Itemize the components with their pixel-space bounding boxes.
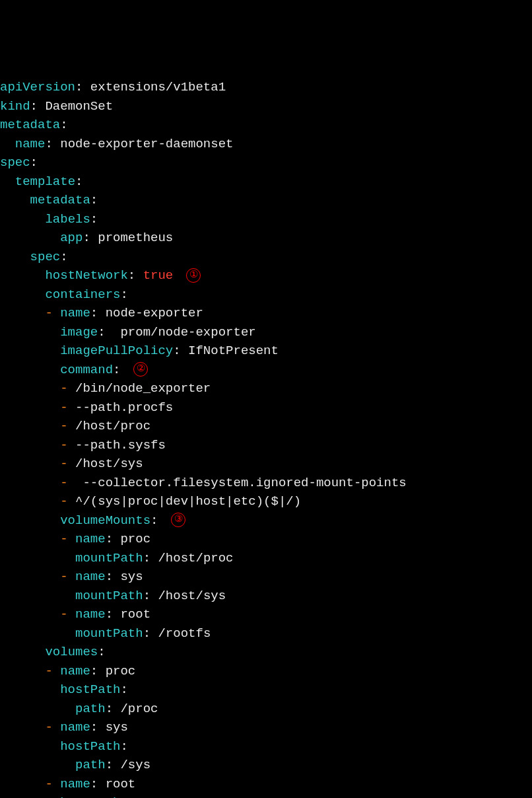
code-line: metadata: xyxy=(0,116,532,135)
yaml-key: mountPath xyxy=(75,589,143,603)
yaml-value: /host/proc xyxy=(158,551,233,565)
code-line: - --path.procfs xyxy=(0,398,532,417)
yaml-sep: : xyxy=(90,306,106,320)
yaml-sep: : xyxy=(45,137,60,151)
code-line: - /host/sys xyxy=(0,454,532,474)
yaml-value: prom/node-exporter xyxy=(120,325,255,340)
code-line: - name: proc xyxy=(0,662,532,681)
code-line: path: /proc xyxy=(0,700,532,719)
code-line: kind: DaemonSet xyxy=(0,97,532,116)
yaml-sep: : xyxy=(128,268,143,283)
yaml-sep: : xyxy=(106,569,121,584)
yaml-value: IfNotPresent xyxy=(188,344,279,358)
yaml-sep: : xyxy=(60,250,67,264)
yaml-sep: : xyxy=(90,193,98,207)
yaml-sep: : xyxy=(106,532,121,546)
code-line: name: node-exporter-daemonset xyxy=(0,135,532,154)
yaml-value: DaemonSet xyxy=(45,99,113,114)
code-line: hostPath: xyxy=(0,680,532,700)
yaml-key: image xyxy=(60,325,98,340)
yaml-sep: : xyxy=(150,513,158,528)
yaml-key: spec xyxy=(0,155,30,170)
code-line: - /host/proc xyxy=(0,417,532,436)
code-line: mountPath: /host/sys xyxy=(0,587,532,606)
yaml-sep: : xyxy=(98,325,120,340)
yaml-value: root xyxy=(106,777,136,791)
yaml-key: imagePullPolicy xyxy=(60,344,173,358)
list-dash: - xyxy=(45,664,60,678)
yaml-code-block: apiVersion: extensions/v1beta1kind: Daem… xyxy=(0,78,532,798)
code-line: mountPath: /rootfs xyxy=(0,624,532,643)
code-line: - name: sys xyxy=(0,567,532,587)
yaml-sep: : xyxy=(143,589,158,603)
yaml-sep: : xyxy=(83,231,98,245)
code-line: hostPath: xyxy=(0,793,532,798)
yaml-key: kind xyxy=(0,99,30,114)
code-line: path: /sys xyxy=(0,756,532,775)
code-line: - --path.sysfs xyxy=(0,436,532,455)
code-line: image: prom/node-exporter xyxy=(0,323,532,342)
code-line: - ^/(sys|proc|dev|host|etc)($|/) xyxy=(0,492,532,511)
yaml-key: mountPath xyxy=(75,551,143,565)
yaml-value: /proc xyxy=(120,702,158,716)
code-line: - --collector.filesystem.ignored-mount-p… xyxy=(0,474,532,493)
annotation-marker: ① xyxy=(186,268,201,283)
code-line: volumes: xyxy=(0,643,532,662)
yaml-bool: true xyxy=(143,268,174,283)
yaml-key: hostPath xyxy=(60,739,120,754)
yaml-sep: : xyxy=(143,626,158,641)
list-dash: - xyxy=(60,438,75,453)
yaml-sep: : xyxy=(90,212,98,227)
code-line: command:② xyxy=(0,361,532,380)
yaml-sep: : xyxy=(106,758,121,772)
yaml-sep: : xyxy=(120,739,127,754)
code-line: - /bin/node_exporter xyxy=(0,379,532,398)
yaml-key: command xyxy=(60,363,113,377)
yaml-sep: : xyxy=(120,682,127,697)
annotation-marker: ③ xyxy=(171,513,185,527)
yaml-key: metadata xyxy=(0,118,60,132)
yaml-sep: : xyxy=(106,702,121,716)
code-line: - name: sys xyxy=(0,718,532,737)
list-dash: - xyxy=(60,569,75,584)
list-dash: - xyxy=(60,532,75,546)
code-line: template: xyxy=(0,172,532,192)
list-dash: - xyxy=(60,381,75,396)
yaml-key: name xyxy=(75,569,106,584)
code-line: spec: xyxy=(0,248,532,267)
yaml-sep: : xyxy=(90,720,106,735)
yaml-value: /sys xyxy=(120,758,150,772)
code-line: hostNetwork: true① xyxy=(0,266,532,285)
list-dash: - xyxy=(45,777,60,791)
code-line: metadata: xyxy=(0,191,532,210)
yaml-value: ^/(sys|proc|dev|host|etc)($|/) xyxy=(75,494,301,509)
yaml-key: labels xyxy=(45,212,90,227)
yaml-sep: : xyxy=(30,155,38,170)
yaml-value: /bin/node_exporter xyxy=(75,381,211,396)
yaml-key: hostPath xyxy=(60,795,120,798)
list-dash: - xyxy=(45,720,60,735)
yaml-key: volumeMounts xyxy=(60,513,150,528)
code-line: hostPath: xyxy=(0,737,532,756)
yaml-key: name xyxy=(15,137,46,151)
yaml-key: name xyxy=(60,777,90,791)
code-line: labels: xyxy=(0,210,532,229)
yaml-value: extensions/v1beta1 xyxy=(90,80,226,94)
yaml-value: sys xyxy=(120,569,143,584)
code-line: spec: xyxy=(0,153,532,172)
list-dash: - xyxy=(60,400,75,415)
yaml-key: metadata xyxy=(30,193,90,207)
list-dash: - xyxy=(60,607,75,622)
yaml-sep: : xyxy=(75,80,90,94)
yaml-sep: : xyxy=(120,795,127,798)
yaml-sep: : xyxy=(75,174,83,189)
yaml-value: --path.sysfs xyxy=(75,438,166,453)
yaml-sep: : xyxy=(90,777,106,791)
yaml-sep: : xyxy=(60,118,67,132)
yaml-value: proc xyxy=(106,664,136,678)
yaml-sep: : xyxy=(173,344,188,358)
yaml-sep: : xyxy=(90,664,106,678)
list-dash: - xyxy=(45,306,60,320)
annotation-marker: ② xyxy=(133,362,148,377)
yaml-value: node-exporter-daemonset xyxy=(60,137,233,151)
